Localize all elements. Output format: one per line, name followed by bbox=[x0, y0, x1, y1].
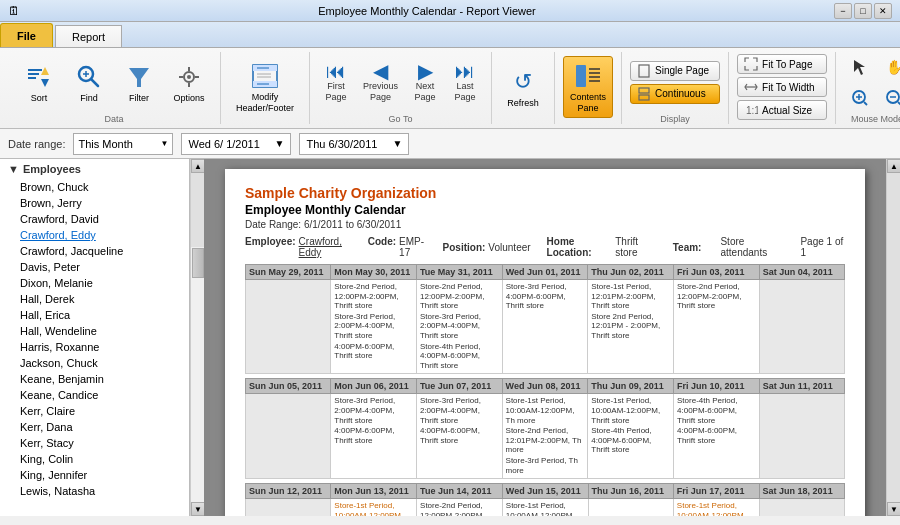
end-date-picker[interactable]: Thu 6/30/2011 ▼ bbox=[299, 133, 409, 155]
sidebar-item-hallderek[interactable]: Hall, Derek bbox=[0, 291, 189, 307]
sidebar-item-brownjerry[interactable]: Brown, Jerry bbox=[0, 195, 189, 211]
fit-to-width-button[interactable]: Fit To Width bbox=[737, 77, 827, 97]
svg-text:1:1: 1:1 bbox=[746, 105, 758, 116]
w3c5: Store-1st Period,10:00AM-12:00PM Store-3… bbox=[673, 499, 759, 516]
report-scroll-up[interactable]: ▲ bbox=[887, 159, 900, 173]
svg-rect-1 bbox=[28, 73, 39, 75]
single-page-button[interactable]: Single Page bbox=[630, 61, 720, 81]
last-page-icon: ⏭ bbox=[455, 61, 475, 81]
svg-marker-33 bbox=[854, 60, 865, 75]
w1c2: Store-2nd Period,12:00PM-2:00PM, Thrift … bbox=[416, 280, 502, 374]
first-page-button[interactable]: ⏮ FirstPage bbox=[318, 57, 354, 107]
find-button[interactable]: Find bbox=[66, 57, 112, 108]
report-page: Sample Charity Organization Employee Mon… bbox=[225, 169, 865, 516]
ribbon-group-mouse: ✋ bbox=[836, 52, 900, 124]
refresh-button[interactable]: ↺ Refresh bbox=[500, 62, 546, 113]
filter-button[interactable]: Filter bbox=[116, 57, 162, 108]
fit-to-page-button[interactable]: Fit To Page bbox=[737, 54, 827, 74]
date-range-combo[interactable]: This Month ▼ bbox=[73, 133, 173, 155]
date-range-label: Date range: bbox=[8, 138, 65, 150]
zoom-out-button[interactable] bbox=[878, 84, 900, 112]
sidebar-item-kerrstacy[interactable]: Kerr, Stacy bbox=[0, 435, 189, 451]
select-mode-button[interactable] bbox=[844, 53, 876, 81]
sidebar-item-harrisroxanne[interactable]: Harris, Roxanne bbox=[0, 339, 189, 355]
modify-header-button[interactable]: ModifyHeader/Footer bbox=[229, 56, 301, 118]
report-scroll-down[interactable]: ▼ bbox=[887, 502, 900, 516]
data-buttons: Sort Find bbox=[16, 52, 212, 112]
report-title: Employee Monthly Calendar bbox=[245, 203, 845, 217]
contents-pane-icon bbox=[572, 60, 604, 92]
svg-marker-9 bbox=[129, 68, 149, 87]
scroll-thumb[interactable] bbox=[192, 248, 204, 278]
position-info: Position: Volunteer bbox=[443, 242, 531, 253]
zoom-in-button[interactable] bbox=[844, 84, 876, 112]
sort-button[interactable]: Sort bbox=[16, 57, 62, 108]
sidebar-item-kerrclaire[interactable]: Kerr, Claire bbox=[0, 403, 189, 419]
tab-report[interactable]: Report bbox=[55, 25, 122, 47]
collapse-icon[interactable]: ▼ bbox=[8, 163, 19, 175]
calendar-icon: ▼ bbox=[275, 138, 285, 149]
maximize-button[interactable]: □ bbox=[854, 3, 872, 19]
goto-buttons: ⏮ FirstPage ◀ PreviousPage ▶ NextPage ⏭ … bbox=[318, 52, 483, 112]
sidebar-item-crawfordeddy[interactable]: Crawford, Eddy bbox=[0, 227, 189, 243]
sidebar-item-kingjennifer[interactable]: King, Jennifer bbox=[0, 467, 189, 483]
data-group-label: Data bbox=[104, 112, 123, 124]
sidebar-container: ▼ Employees Brown, ChuckBrown, JerryCraw… bbox=[0, 159, 204, 516]
sidebar-item-crawfordjacqueline[interactable]: Crawford, Jacqueline bbox=[0, 243, 189, 259]
sidebar-item-kingcolin[interactable]: King, Colin bbox=[0, 451, 189, 467]
sidebar-item-dixonmelanie[interactable]: Dixon, Melanie bbox=[0, 275, 189, 291]
contents-pane-button[interactable]: ContentsPane bbox=[563, 56, 613, 118]
combo-arrow-icon: ▼ bbox=[161, 139, 169, 148]
options-icon bbox=[173, 61, 205, 93]
previous-page-button[interactable]: ◀ PreviousPage bbox=[358, 57, 403, 107]
sidebar-item-davispeter[interactable]: Davis, Peter bbox=[0, 259, 189, 275]
pan-icon: ✋ bbox=[883, 56, 900, 78]
modify-buttons: ModifyHeader/Footer bbox=[229, 52, 301, 122]
window-controls[interactable]: − □ ✕ bbox=[834, 3, 892, 19]
sidebar-item-jacksonchuck[interactable]: Jackson, Chuck bbox=[0, 355, 189, 371]
scroll-down-arrow[interactable]: ▼ bbox=[191, 502, 205, 516]
svg-rect-2 bbox=[28, 77, 36, 79]
sidebar-item-lewisnatasha[interactable]: Lewis, Natasha bbox=[0, 483, 189, 499]
w3c0 bbox=[246, 499, 331, 516]
sidebar-item-hallerica[interactable]: Hall, Erica bbox=[0, 307, 189, 323]
w3c1: Store-1st Period,10:00AM-12:00PM, Thrift… bbox=[331, 499, 417, 516]
ribbon-group-fit: Fit To Page Fit To Width 1:1 Actual Size bbox=[729, 52, 836, 124]
sidebar-item-keanecandice[interactable]: Keane, Candice bbox=[0, 387, 189, 403]
w1c5: Store-2nd Period,12:00PM-2:00PM, Thrift … bbox=[673, 280, 759, 374]
sidebar-item-keanebenjamin[interactable]: Keane, Benjamin bbox=[0, 371, 189, 387]
pan-mode-button[interactable]: ✋ bbox=[878, 53, 900, 81]
w1h6: Sat Jun 04, 2011 bbox=[759, 265, 844, 280]
options-label: Options bbox=[173, 93, 204, 104]
filter-label: Filter bbox=[129, 93, 149, 104]
start-date-picker[interactable]: Wed 6/ 1/2011 ▼ bbox=[181, 133, 291, 155]
previous-page-label: PreviousPage bbox=[363, 81, 398, 103]
scroll-up-arrow[interactable]: ▲ bbox=[191, 159, 205, 173]
w3c3: Store-1st Period,10:00AM-12:00PM, Thrift… bbox=[502, 499, 588, 516]
continuous-button[interactable]: Continuous bbox=[630, 84, 720, 104]
sidebar-header: ▼ Employees bbox=[0, 159, 189, 179]
w2c2: Store-3rd Period,2:00PM-4:00PM, Thrift s… bbox=[416, 394, 502, 479]
contents-pane-label: ContentsPane bbox=[570, 92, 606, 114]
sidebar-item-hallwendeline[interactable]: Hall, Wendeline bbox=[0, 323, 189, 339]
options-button[interactable]: Options bbox=[166, 57, 212, 108]
w1c3: Store-3rd Period,4:00PM-6:00PM, Thrift s… bbox=[502, 280, 588, 374]
sidebar-scrollbar[interactable]: ▲ ▼ bbox=[190, 159, 204, 516]
week1-row: Store-2nd Period,12:00PM-2:00PM, Thrift … bbox=[246, 280, 845, 374]
report-scrollbar[interactable]: ▲ ▼ bbox=[886, 159, 900, 516]
w1c4: Store-1st Period,12:01PM-2:00PM, Thrift … bbox=[588, 280, 674, 374]
calendar-week2: Sun Jun 05, 2011 Mon Jun 06, 2011 Tue Ju… bbox=[245, 378, 845, 479]
close-button[interactable]: ✕ bbox=[874, 3, 892, 19]
minimize-button[interactable]: − bbox=[834, 3, 852, 19]
actual-size-button[interactable]: 1:1 Actual Size bbox=[737, 100, 827, 120]
sidebar-item-kerrdana[interactable]: Kerr, Dana bbox=[0, 419, 189, 435]
find-label: Find bbox=[80, 93, 98, 104]
next-page-button[interactable]: ▶ NextPage bbox=[407, 57, 443, 107]
w3c6 bbox=[759, 499, 844, 516]
tab-file[interactable]: File bbox=[0, 23, 53, 47]
refresh-icon: ↺ bbox=[507, 66, 539, 98]
last-page-button[interactable]: ⏭ LastPage bbox=[447, 57, 483, 107]
store-info: Store attendants bbox=[720, 236, 784, 258]
sidebar-item-crawforddavid[interactable]: Crawford, David bbox=[0, 211, 189, 227]
sidebar-item-brownchuck[interactable]: Brown, Chuck bbox=[0, 179, 189, 195]
